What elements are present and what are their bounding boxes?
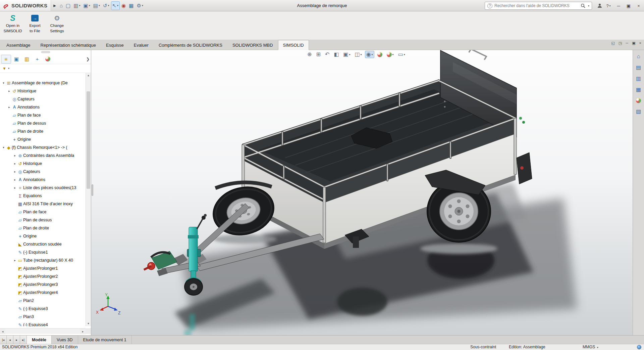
open-in-simsolid-button[interactable]: SOpen inSIMSOLID bbox=[2, 12, 23, 34]
tree-item[interactable]: ▱Plan de face bbox=[0, 111, 86, 119]
tree-item[interactable]: ✎(-) Esquisse3 bbox=[0, 305, 86, 313]
dropdown-caret-icon[interactable]: ▾ bbox=[108, 4, 109, 7]
graphics-viewport[interactable]: Y X Z ⊕⊞↶◧▣▾◫▾◉▾▾▭▾ bbox=[91, 50, 633, 335]
expand-arrow-icon[interactable]: ▾ bbox=[1, 81, 6, 85]
tree-item[interactable]: ▸↺Historique bbox=[0, 160, 86, 168]
model-tab-mod-le[interactable]: Modèle bbox=[27, 336, 52, 344]
tree-item[interactable]: ▸AAnnotations bbox=[0, 176, 86, 184]
tree-item[interactable]: ◣Construction soudée bbox=[0, 240, 86, 248]
help-search-input[interactable]: ? Rechercher dans l'aide de SOLIDWORKS ▾ bbox=[485, 2, 592, 10]
panel-collapse-handle[interactable] bbox=[0, 50, 91, 54]
dropdown-caret-icon[interactable]: ▾ bbox=[117, 4, 118, 7]
print-icon[interactable]: ▤▾ bbox=[92, 1, 101, 10]
model-tab-nav-icon-3[interactable]: ▸| bbox=[20, 336, 27, 344]
design-library-icon[interactable]: ▤ bbox=[635, 64, 642, 71]
zoom-fit-icon[interactable]: ⊕ bbox=[306, 51, 313, 58]
display-style-icon[interactable]: ◫▾ bbox=[353, 51, 363, 58]
featuremanager-tab[interactable]: ≡ bbox=[1, 55, 11, 63]
user-profile-icon[interactable] bbox=[597, 3, 602, 8]
dropdown-caret-icon[interactable]: ▾ bbox=[79, 4, 80, 7]
model-tab-nav-icon-0[interactable]: |◂ bbox=[0, 336, 7, 344]
search-caret-icon[interactable]: ▾ bbox=[588, 4, 589, 7]
expand-arrow-icon[interactable]: ▸ bbox=[13, 154, 17, 157]
expand-arrow-icon[interactable]: ▸ bbox=[7, 105, 11, 109]
scroll-down-icon[interactable]: ▼ bbox=[86, 321, 91, 326]
tab-solidworks-mbd[interactable]: SOLIDWORKS MBD bbox=[227, 40, 278, 50]
new-document-icon[interactable]: ▢ bbox=[64, 1, 72, 10]
tree-item[interactable]: ▸▭Tube (rectangular) 60 X 40 bbox=[0, 256, 86, 264]
minimize-doc-icon[interactable]: ─ bbox=[626, 41, 628, 45]
tree-item[interactable]: ▱Plan de droite bbox=[0, 224, 86, 232]
tree-item[interactable]: ΣEquations bbox=[0, 192, 86, 200]
units-selector[interactable]: MMGS ▾ bbox=[583, 345, 598, 349]
tree-item[interactable]: ▱Plan de face bbox=[0, 208, 86, 216]
tab-repr-sentation-sch-matique[interactable]: Représentation schématique bbox=[36, 40, 101, 50]
home-icon[interactable]: ⌂ bbox=[58, 1, 64, 10]
tree-item[interactable]: +Origine bbox=[0, 232, 86, 240]
tree-item[interactable]: ✎(-) Esquisse1 bbox=[0, 248, 86, 256]
dimxpertmanager-tab[interactable]: + bbox=[32, 55, 42, 63]
tree-item[interactable]: +Origine bbox=[0, 135, 86, 143]
appearances-icon[interactable] bbox=[635, 97, 642, 104]
dropdown-caret-icon[interactable]: ▾ bbox=[349, 53, 350, 56]
tree-item[interactable]: ◩Ajuster/Prolonger4 bbox=[0, 289, 86, 297]
dropdown-caret-icon[interactable]: ▾ bbox=[392, 53, 394, 56]
select-icon[interactable]: ↖▾ bbox=[111, 1, 120, 10]
file-explorer-icon[interactable]: ▥ bbox=[635, 75, 642, 82]
rear-lamp-bracket[interactable] bbox=[517, 152, 532, 184]
close-doc-icon[interactable]: × bbox=[639, 41, 641, 45]
help-button[interactable]: ? ▾ bbox=[604, 2, 612, 10]
tree-vertical-scrollbar[interactable]: ▲ ▼ bbox=[86, 73, 91, 326]
scroll-left-icon[interactable]: ◂ bbox=[0, 329, 5, 334]
tree-item[interactable]: ◩Ajuster/Prolonger2 bbox=[0, 272, 86, 280]
expand-arrow-icon[interactable]: ▸ bbox=[13, 162, 17, 165]
status-globe-icon[interactable] bbox=[637, 345, 641, 349]
tab-compl-ments-de-solidworks[interactable]: Compléments de SOLIDWORKS bbox=[154, 40, 227, 50]
export-to-file-button[interactable]: →Exportto File bbox=[24, 12, 46, 34]
expand-arrow-icon[interactable]: ▸ bbox=[7, 89, 11, 93]
change-settings-button[interactable]: ⚙ChangeSettings bbox=[46, 12, 68, 34]
tree-item[interactable]: ▱Plan de dessus bbox=[0, 119, 86, 127]
expand-arrow-icon[interactable]: ▸ bbox=[13, 259, 17, 262]
tab-evaluer[interactable]: Evaluer bbox=[129, 40, 154, 50]
tree-item[interactable]: ▸⊚Contraintes dans Assembla bbox=[0, 151, 86, 160]
displaymanager-tab[interactable] bbox=[43, 55, 53, 63]
cascade-doc-icon[interactable]: ◱ bbox=[611, 41, 615, 45]
dropdown-caret-icon[interactable]: ▾ bbox=[404, 53, 405, 56]
model-tab-nav-icon-1[interactable]: ◂ bbox=[7, 336, 13, 344]
scroll-up-icon[interactable]: ▲ bbox=[86, 73, 91, 78]
coupling-head[interactable] bbox=[144, 251, 188, 276]
tree-item[interactable]: ▸AAnnotations bbox=[0, 103, 86, 111]
tree-item[interactable]: ▱Plan de droite bbox=[0, 127, 86, 135]
dropdown-caret-icon[interactable]: ▾ bbox=[372, 53, 373, 56]
expand-arrow-icon[interactable]: ▸ bbox=[13, 186, 17, 189]
tree-item[interactable]: ▱Plan2 bbox=[0, 297, 86, 305]
model-tab-etude-de-mouvement-1[interactable]: Etude de mouvement 1 bbox=[78, 336, 132, 344]
dropdown-caret-icon[interactable]: ▾ bbox=[99, 4, 100, 7]
section-view-icon[interactable]: ◧ bbox=[332, 51, 340, 58]
tile-doc-icon[interactable]: ◳ bbox=[619, 41, 622, 45]
open-icon[interactable]: ▥▾ bbox=[72, 1, 82, 10]
model-tab-vues-3d[interactable]: Vues 3D bbox=[52, 336, 78, 344]
filter-caret-icon[interactable]: ▾ bbox=[8, 67, 9, 70]
expand-arrow-icon[interactable]: ▸ bbox=[13, 170, 17, 173]
options-icon[interactable]: ⚙▾ bbox=[135, 1, 144, 10]
scrollbar-thumb[interactable] bbox=[87, 91, 90, 189]
view-settings-icon[interactable]: ▭▾ bbox=[397, 51, 407, 58]
scroll-right-icon[interactable]: ▸ bbox=[80, 329, 86, 334]
menu-expand-icon[interactable]: ▶ bbox=[53, 4, 56, 7]
hide-show-items-icon[interactable]: ◉▾ bbox=[365, 51, 374, 58]
expand-arrow-icon[interactable]: ▸ bbox=[13, 178, 17, 181]
expand-arrow-icon[interactable]: ▾ bbox=[1, 146, 6, 149]
tree-filter[interactable]: ▼ ▾ bbox=[0, 64, 91, 73]
tree-item[interactable]: ◎Capteurs bbox=[0, 95, 86, 103]
model-tab-nav-icon-2[interactable]: ▸ bbox=[13, 336, 20, 344]
custom-properties-icon[interactable]: ▧ bbox=[635, 108, 642, 115]
tree-item[interactable]: ▸↺Historique bbox=[0, 87, 86, 95]
restore-button[interactable]: ▣ bbox=[625, 2, 633, 10]
view-palette-icon[interactable]: ▦ bbox=[635, 86, 642, 93]
tree-item[interactable]: ▱Plan de dessus bbox=[0, 216, 86, 224]
zoom-area-icon[interactable]: ⊞ bbox=[315, 51, 322, 58]
tree-item[interactable]: ▾◆(f) Chassis Remorque<1> -> ( bbox=[0, 143, 86, 151]
rebuild-icon[interactable]: ◉ bbox=[120, 1, 127, 10]
